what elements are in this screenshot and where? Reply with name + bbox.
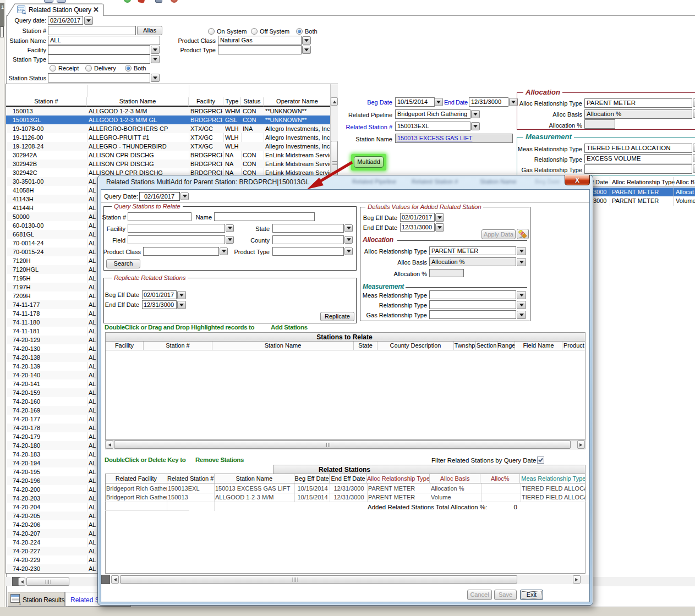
dlg-rt-dropdown-icon[interactable] — [517, 301, 526, 309]
dlg-beg-eff-value[interactable]: 02/01/2017 — [142, 290, 177, 299]
dlg-product-class-combo[interactable] — [143, 247, 219, 256]
dlg-mrt-value[interactable] — [429, 290, 516, 299]
radio-both-rd[interactable] — [125, 65, 132, 72]
toolbar-icon-filter[interactable] — [138, 0, 145, 3]
dlg-state-dropdown-icon[interactable] — [344, 224, 353, 232]
meas-rel-type-value[interactable]: TIERED FIELD ALLOCATION — [584, 144, 692, 153]
related-station-dropdown-icon[interactable] — [471, 122, 480, 130]
radio-receipt-label[interactable]: Receipt — [58, 65, 79, 72]
col-header-type[interactable]: Type — [223, 97, 241, 107]
dlg-def-end-eff-dropdown-icon[interactable] — [435, 223, 444, 232]
table-row[interactable]: 19-1126-00ALLEGRO-PRUITT #1 XTX/GCWLH Al… — [6, 133, 331, 142]
table-row[interactable]: 19-1208-24ALLEGRO - THUNDERBIRD XTX/GCWL… — [6, 142, 331, 151]
dlg-art-dropdown-icon[interactable] — [517, 247, 526, 255]
station-num-input[interactable] — [48, 26, 136, 35]
dlg-product-class-dropdown-icon[interactable] — [220, 248, 228, 255]
dlg-filter-checkbox[interactable] — [537, 457, 544, 464]
dlg-ab-dropdown-icon[interactable] — [517, 258, 526, 266]
station-status-dropdown-icon[interactable] — [151, 74, 160, 82]
beg-date-value[interactable]: 10/15/2014 — [395, 97, 435, 107]
col-header-station-num[interactable]: Station # — [6, 97, 87, 107]
toolbar-icon-export[interactable] — [44, 0, 53, 3]
product-type-dropdown-icon[interactable] — [302, 46, 311, 54]
dlg-cancel-button[interactable]: Cancel — [467, 590, 492, 600]
dlg-beg-eff-dropdown-icon[interactable] — [177, 291, 186, 299]
main-hscroll-thumb[interactable] — [26, 578, 69, 586]
table-row[interactable]: 302942BALLISON CPR DISCHG BRDGPRCHNA CON… — [6, 160, 331, 168]
bg-grid-row[interactable]: 3000 PARENT METER Volume — [590, 196, 695, 205]
left-dock-box[interactable] — [0, 26, 4, 37]
col-header-operator[interactable]: Operator Name — [264, 97, 331, 107]
dlg-hscroll2-corner[interactable] — [101, 575, 110, 584]
radio-both-rd-label[interactable]: Both — [134, 65, 146, 72]
dlg-def-end-eff-value[interactable]: 12/31/3000 — [400, 223, 435, 232]
radio-both-system[interactable] — [296, 28, 303, 35]
col-header-station-name[interactable]: Station Name — [87, 97, 189, 107]
dlg-clear-button[interactable] — [517, 229, 529, 239]
alloc-rel-type-value[interactable]: PARENT METER — [584, 98, 692, 108]
col-header-facility[interactable]: Facility — [189, 97, 223, 107]
radio-delivery[interactable] — [85, 65, 92, 72]
dlg-hscroll2-left-button[interactable] — [111, 575, 119, 584]
dlg-def-beg-eff-dropdown-icon[interactable] — [435, 213, 444, 222]
dlg-end-eff-dropdown-icon[interactable] — [177, 301, 186, 309]
toolbar-icon-refresh[interactable] — [124, 0, 131, 3]
dlg-state-combo[interactable] — [272, 224, 344, 233]
dlg-hscroll2-thumb[interactable] — [120, 575, 517, 584]
station-name-input[interactable]: ALL — [48, 36, 160, 45]
dlg-product-type-dropdown-icon[interactable] — [344, 248, 353, 255]
col-header-status[interactable]: Status — [241, 97, 264, 107]
tab-title[interactable]: Related Station Query — [29, 6, 91, 14]
dlg-field-combo[interactable] — [128, 235, 225, 244]
main-hscroll-left-button[interactable] — [18, 578, 25, 586]
table-row[interactable]: 302942AALLISON CPR DISCHG BRDGPRCHNA CON… — [6, 151, 331, 160]
grid1-hscroll-left-button[interactable] — [106, 441, 113, 449]
alias-button[interactable]: Alias — [137, 26, 162, 35]
dlg-save-button[interactable]: Save — [494, 590, 517, 600]
station-type-combo[interactable] — [48, 54, 150, 64]
related-pipeline-dropdown-icon[interactable] — [471, 110, 480, 118]
dlg-facility-dropdown-icon[interactable] — [226, 224, 234, 232]
grid1-hscroll-thumb[interactable] — [114, 441, 571, 449]
dlg-art-value[interactable]: PARENT METER — [429, 246, 516, 255]
facility-combo[interactable] — [48, 45, 150, 54]
radio-both-system-label[interactable]: Both — [305, 28, 318, 35]
dlg-grt-dropdown-icon[interactable] — [517, 311, 526, 319]
dlg-mrt-dropdown-icon[interactable] — [517, 291, 526, 299]
dlg-ap-value[interactable] — [429, 269, 464, 277]
dlg-name-input[interactable] — [214, 212, 315, 221]
dlg-hscroll2-right-button[interactable] — [573, 575, 581, 584]
facility-dropdown-icon[interactable] — [151, 46, 160, 54]
rel-type-dropdown-icon[interactable] — [693, 154, 695, 162]
related-pipeline-value[interactable]: Bridgeport Rich Gathering — [395, 109, 470, 119]
toolbar-icon-window[interactable] — [155, 0, 162, 3]
product-class-dropdown-icon[interactable] — [302, 36, 311, 45]
dlg-ab-value[interactable]: Allocation % — [429, 257, 516, 266]
radio-delivery-label[interactable]: Delivery — [94, 65, 116, 72]
dlg-apply-data-button[interactable]: Apply Data — [481, 229, 516, 239]
dlg-query-date-dropdown-icon[interactable] — [180, 193, 189, 200]
dlg-exit-button[interactable]: Exit — [520, 590, 543, 600]
radio-on-system-label[interactable]: On System — [217, 28, 247, 35]
dlg-grt-value[interactable] — [429, 310, 516, 319]
station-status-combo[interactable] — [48, 73, 150, 82]
gas-rel-type-dropdown-icon[interactable] — [693, 164, 695, 173]
rel-type-value[interactable]: EXCESS VOLUME — [584, 154, 692, 163]
dialog-close-button[interactable]: X — [565, 175, 590, 185]
dlg-product-type-combo[interactable] — [272, 247, 344, 256]
product-class-combo[interactable]: Natural Gas — [218, 36, 302, 45]
radio-off-system-label[interactable]: Off System — [260, 28, 289, 35]
alloc-basis-dropdown-icon[interactable] — [693, 109, 695, 118]
bg-grid-row-selected[interactable]: 3000 PARENT METER Allocat — [590, 188, 695, 196]
dlg-search-button[interactable]: Search — [106, 259, 140, 268]
query-date-value[interactable]: 02/16/2017 — [48, 16, 83, 25]
alloc-rel-type-dropdown-icon[interactable] — [693, 98, 695, 107]
table-row[interactable]: 150013ALLGOOD 1-2-3 M/M BRDGPRCHWHM CON*… — [6, 107, 331, 116]
dlg-field-dropdown-icon[interactable] — [226, 236, 234, 244]
radio-off-system[interactable] — [251, 28, 258, 35]
station-name-link[interactable]: 150013 EXCESS GAS LIFT — [397, 135, 472, 141]
beg-date-dropdown-icon[interactable] — [434, 98, 443, 106]
tab-close-icon[interactable]: ✕ — [93, 6, 99, 14]
toolbar-icon-stop[interactable] — [171, 0, 178, 3]
related-station-value[interactable]: 150013EXL — [395, 122, 470, 131]
